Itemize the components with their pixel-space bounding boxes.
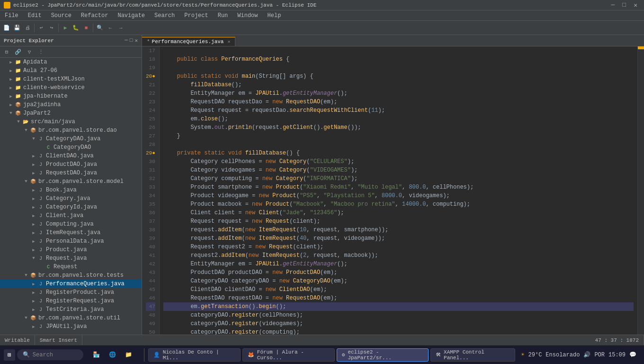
close-button[interactable]: ✕ — [631, 1, 640, 9]
editor-tab-performancequeries[interactable]: * PerformanceQueries.java ✕ — [142, 37, 235, 46]
tree-item-categoryid[interactable]: ▶ J CategoryId.java — [0, 203, 142, 211]
menu-project[interactable]: Project — [179, 11, 213, 20]
arrow-category[interactable]: ▶ — [30, 196, 37, 201]
tb-back[interactable]: ← — [106, 23, 115, 33]
arrow-jpahibernate[interactable]: ▶ — [8, 94, 14, 99]
menu-navigate[interactable]: Navigate — [113, 11, 150, 20]
sidebar-close[interactable]: ✕ — [134, 37, 138, 44]
tree-item-client[interactable]: ▶ J Client.java — [0, 211, 142, 220]
taskbar-window-forum[interactable]: 🦊 Fórum | Alura - Curso... — [242, 348, 335, 362]
tree-item-util-pkg[interactable]: ▼ 📦 br.com.panvel.store.util — [0, 314, 142, 322]
arrow-jpapart2[interactable]: ▼ — [8, 111, 14, 116]
taskbar-app-edge[interactable]: 🌐 — [105, 347, 120, 363]
tree-item-request-class[interactable]: C Request — [0, 263, 142, 271]
menu-run[interactable]: Run — [213, 11, 233, 20]
tab-close-button[interactable]: ✕ — [227, 39, 230, 45]
arrow-personaldata[interactable]: ▶ — [30, 239, 37, 244]
tb-stop[interactable]: ■ — [81, 23, 91, 33]
tree-item-book[interactable]: ▶ J Book.java — [0, 186, 142, 194]
tree-item-personaldata[interactable]: ▶ J PersonalData.java — [0, 237, 142, 246]
arrow-requestdao[interactable]: ▶ — [30, 171, 37, 176]
arrow-testcriteria[interactable]: ▶ — [30, 307, 37, 312]
tree-item-srcmainjava[interactable]: ▼ 📂 src/main/java — [0, 118, 142, 126]
tb-debug[interactable]: 🐛 — [71, 23, 80, 33]
tree-item-category[interactable]: ▶ J Category.java — [0, 194, 142, 203]
menu-source[interactable]: Source — [46, 11, 76, 20]
arrow-apidata[interactable]: ▶ — [8, 60, 14, 65]
tree-item-dao-pkg[interactable]: ▼ 📦 br.com.panvel.store.dao — [0, 126, 142, 135]
sidebar-minimize[interactable]: ─ — [125, 37, 128, 44]
arrow-srcmainjava[interactable]: ▼ — [15, 119, 22, 124]
taskbar-app-files[interactable]: 📁 — [121, 347, 136, 363]
taskbar-window-nicolas[interactable]: 👤 Nicolas De Conto | Mi... — [148, 348, 241, 362]
tb-forward[interactable]: → — [116, 23, 125, 33]
tb-redo[interactable]: ↪ — [47, 23, 56, 33]
tb-search[interactable]: 🔍 — [95, 23, 105, 33]
start-button[interactable]: ⊞ — [4, 349, 15, 361]
tb-undo[interactable]: ↩ — [36, 23, 46, 33]
notification-icon[interactable]: 💬 — [629, 351, 636, 358]
arrow-utilpkg[interactable]: ▼ — [23, 316, 29, 320]
sidebar-collapse-all[interactable]: ⊟ — [2, 47, 11, 57]
menu-refactor[interactable]: Refactor — [76, 11, 113, 20]
arrow-clientdao[interactable]: ▶ — [30, 154, 37, 159]
taskbar-search[interactable]: 🔍 Search — [17, 349, 83, 360]
tree-item-clienttest[interactable]: ▶ 📁 client-testXMLJson — [0, 75, 142, 83]
tree-item-categorydao-file[interactable]: ▼ J CategoryDAO.java — [0, 135, 142, 143]
arrow-aula2706[interactable]: ▶ — [8, 68, 14, 73]
tree-item-model-pkg[interactable]: ▼ 📦 br.com.panvel.store.model — [0, 177, 142, 186]
tb-new[interactable]: 📄 — [2, 23, 11, 33]
arrow-clienttest[interactable]: ▶ — [8, 77, 14, 82]
code-area[interactable]: public class PerformanceQueries { public… — [160, 46, 637, 335]
tree-item-itemrequest[interactable]: ▶ J ItemRequest.java — [0, 228, 142, 237]
sidebar-link-editor[interactable]: 🔗 — [13, 47, 23, 57]
arrow-book[interactable]: ▶ — [30, 188, 37, 193]
arrow-categorydao[interactable]: ▼ — [30, 136, 37, 141]
tree-item-request-file[interactable]: ▼ J Request.java — [0, 254, 142, 263]
taskbar-app-store[interactable]: 🏪 — [89, 347, 104, 363]
title-bar-controls[interactable]: ─ □ ✕ — [608, 1, 640, 9]
tree-item-registerrequest[interactable]: ▶ J RegisterRequest.java — [0, 297, 142, 305]
tree-item-jpapart2[interactable]: ▼ 📦 JpaPart2 — [0, 109, 142, 118]
sidebar-view-menu[interactable]: ⋮ — [36, 47, 45, 57]
taskbar-window-xampp[interactable]: 🛠 XAMPP Control Panel... — [430, 348, 515, 362]
menu-help[interactable]: Help — [263, 11, 286, 20]
arrow-registerrequest[interactable]: ▶ — [30, 299, 37, 304]
menu-window[interactable]: Window — [233, 11, 262, 20]
volume-icon[interactable]: 🔊 — [583, 351, 590, 358]
tree-item-registerproduct[interactable]: ▶ J RegisterProduct.java — [0, 288, 142, 297]
tree-item-jpautil[interactable]: ▶ J JPAUtil.java — [0, 322, 142, 331]
tb-run[interactable]: ▶ — [61, 23, 70, 33]
tb-print[interactable]: 🖨 — [23, 23, 32, 33]
tree-item-clienteweb[interactable]: ▶ 📁 cliente-webservice — [0, 83, 142, 92]
menu-file[interactable]: File — [0, 11, 23, 20]
tree-item-categorydao-class[interactable]: C CategoryDAO — [0, 143, 142, 152]
arrow-registerproduct[interactable]: ▶ — [30, 290, 37, 295]
arrow-categoryid[interactable]: ▶ — [30, 205, 37, 210]
tree-item-productdao[interactable]: ▶ J ProductDAO.java — [0, 160, 142, 169]
arrow-jpa2jadinha[interactable]: ▶ — [8, 102, 14, 108]
tree-item-performancequeries[interactable]: ▶ J PerformanceQueries.java — [0, 280, 142, 288]
tree-item-clientdao[interactable]: ▶ J ClientDAO.java — [0, 152, 142, 160]
tree-item-apidata[interactable]: ▶ 📁 Apidata — [0, 58, 142, 66]
arrow-jpautil[interactable]: ▶ — [30, 324, 37, 329]
arrow-productdao[interactable]: ▶ — [30, 162, 37, 167]
arrow-daopkg[interactable]: ▼ — [23, 128, 29, 133]
arrow-client[interactable]: ▶ — [30, 213, 37, 218]
tree-item-requestdao[interactable]: ▶ J RequestDAO.java — [0, 169, 142, 177]
tree-item-testcriteria[interactable]: ▶ J TestCriteria.java — [0, 305, 142, 314]
tree-item-product[interactable]: ▶ J Product.java — [0, 246, 142, 254]
menu-edit[interactable]: Edit — [23, 11, 46, 20]
arrow-product[interactable]: ▶ — [30, 247, 37, 253]
arrow-request-file[interactable]: ▼ — [30, 256, 37, 261]
tree-item-jpahibernate[interactable]: ▶ 📁 jpa-hibernate — [0, 92, 142, 100]
sidebar-content[interactable]: ▶ 📁 Apidata ▶ 📁 Aula 27-06 ▶ 📁 client-te… — [0, 58, 142, 335]
arrow-clienteweb[interactable]: ▶ — [8, 85, 14, 91]
tree-item-computing[interactable]: ▶ J Computing.java — [0, 220, 142, 228]
tree-item-aula2706[interactable]: ▶ 📁 Aula 27-06 — [0, 66, 142, 75]
taskbar-window-eclipse[interactable]: ⚙ eclipse2 - JpaPart2/sr... — [337, 348, 429, 362]
menu-search[interactable]: Search — [150, 11, 179, 20]
sidebar-filter[interactable]: ▽ — [25, 47, 34, 57]
arrow-modelpkg[interactable]: ▼ — [23, 179, 29, 184]
tree-item-tests-pkg[interactable]: ▼ 📦 br.com.panvel.store.tests — [0, 271, 142, 280]
